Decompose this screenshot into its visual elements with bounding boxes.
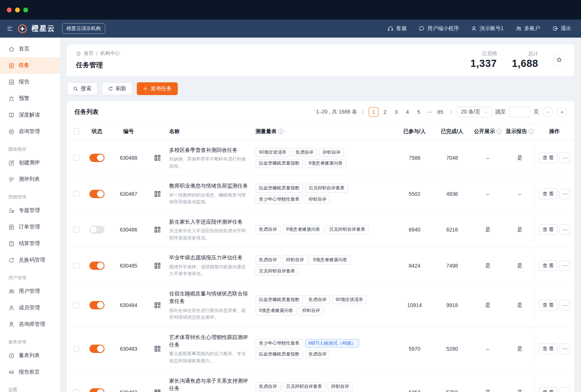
appbar-item-label: 多账户: [524, 25, 540, 32]
row-checkbox[interactable]: [73, 191, 79, 197]
row-checkbox[interactable]: [73, 263, 79, 269]
view-button[interactable]: 查 看: [539, 260, 558, 271]
close-window-button[interactable]: [7, 8, 12, 12]
status-toggle[interactable]: [89, 226, 104, 234]
sidebar-item-redeem[interactable]: 兑换码管理: [0, 252, 60, 268]
sidebar-group-label: 量表管理: [0, 333, 60, 347]
refresh-button[interactable]: 刷新: [102, 82, 132, 95]
counselor-icon: [8, 321, 15, 328]
page-3-button[interactable]: 3: [391, 107, 401, 117]
qr-code-icon[interactable]: [146, 301, 169, 309]
qr-code-icon[interactable]: [146, 389, 169, 392]
search-button[interactable]: 搜索: [67, 82, 97, 95]
table-row: 630482家长沟通焦虑与亲子关系支持测评任务用于家校沟通活动前的家长焦虑、冲突…: [67, 371, 574, 392]
view-button[interactable]: 查 看: [539, 189, 558, 199]
org-badge[interactable]: 橙星云演示机构: [62, 23, 105, 34]
sidebar-item-scale-list[interactable]: 量表列表: [0, 347, 60, 364]
view-button[interactable]: 查 看: [539, 344, 558, 354]
row-checkbox[interactable]: [73, 346, 79, 352]
sidebar-item-label: 咨询管理: [19, 128, 40, 135]
more-actions-button[interactable]: ⋯: [560, 224, 570, 235]
jump-page-input[interactable]: [509, 107, 530, 117]
more-actions-button[interactable]: ⋯: [560, 344, 570, 354]
sidebar-item-topic[interactable]: 专题管理: [0, 202, 60, 219]
sidebar-item-report[interactable]: 报告: [0, 74, 60, 90]
select-all-checkbox[interactable]: [73, 129, 79, 135]
qr-code-icon[interactable]: [146, 262, 169, 269]
breadcrumb-separator: /: [96, 51, 98, 56]
sidebar-item-label: 任务: [19, 62, 29, 69]
page-size-value: 20 条/页: [461, 109, 480, 115]
next-page-button[interactable]: [449, 110, 454, 115]
sidebar-item-insight[interactable]: 深度解读: [0, 107, 60, 123]
row-checkbox[interactable]: [73, 227, 79, 233]
scroll-left-button[interactable]: [542, 107, 553, 117]
report-icon: [8, 79, 15, 85]
more-actions-button[interactable]: ⋯: [560, 260, 570, 271]
zoom-window-button[interactable]: [23, 8, 28, 12]
sidebar-item-consult[interactable]: 咨询管理: [0, 123, 60, 140]
qr-code-icon[interactable]: [146, 190, 169, 198]
sidebar-item-home[interactable]: 首页: [0, 41, 60, 57]
task-rows: 630488多校区春季普查补测回收任务对缺测、弃测和异常中断样本进行补测回收。9…: [67, 140, 574, 392]
scale-tag: 焦虑自评: [305, 295, 330, 304]
page-4-button[interactable]: 4: [402, 107, 412, 117]
sidebar-item-task[interactable]: 任务: [0, 57, 60, 74]
more-actions-button[interactable]: ⋯: [560, 387, 570, 392]
page-size-select[interactable]: 20 条/页: [457, 107, 492, 117]
status-toggle[interactable]: [89, 190, 104, 198]
sidebar-item-counselor[interactable]: 咨询师管理: [0, 316, 60, 333]
more-actions-button[interactable]: ⋯: [560, 300, 570, 310]
prev-page-button[interactable]: [360, 110, 365, 115]
show-report-value: 是: [505, 262, 534, 269]
status-toggle[interactable]: [89, 345, 104, 353]
breadcrumb-home[interactable]: 首页: [84, 50, 94, 57]
page-1-button[interactable]: 1: [369, 107, 378, 117]
view-button[interactable]: 查 看: [539, 387, 558, 392]
minimize-window-button[interactable]: [15, 8, 20, 12]
qr-code-icon[interactable]: [146, 226, 169, 233]
favorite-button[interactable]: [553, 54, 565, 66]
more-actions-button[interactable]: ⋯: [560, 189, 570, 199]
sidebar-item-user-mgmt[interactable]: 用户管理: [0, 283, 60, 300]
app-logo-text: 橙星云: [32, 24, 55, 33]
scroll-right-button[interactable]: [556, 107, 567, 117]
page-2-button[interactable]: 2: [380, 107, 390, 117]
status-toggle[interactable]: [89, 301, 104, 309]
sidebar-item-member[interactable]: 成员管理: [0, 300, 60, 316]
status-toggle[interactable]: [89, 388, 104, 392]
plus-icon: [143, 86, 148, 91]
page-5-button[interactable]: 5: [414, 107, 424, 117]
appbar-item-users[interactable]: 多账户: [516, 25, 540, 32]
status-toggle[interactable]: [89, 262, 104, 270]
task-description: 面向全体住宿生进行夜间休息质量、疲劳和情绪状态联合测评。: [169, 307, 250, 321]
status-toggle[interactable]: [89, 154, 104, 162]
scale-tags: 匹兹堡睡眠质量指数贝克抑郁自评量表青少年心理韧性量表抑郁自评: [256, 183, 395, 205]
appbar-item-chat[interactable]: 用户端小程序: [419, 25, 459, 32]
sidebar-item-preface[interactable]: 报告前言: [0, 364, 60, 380]
logout-icon: [552, 26, 558, 32]
publish-task-button[interactable]: 发布任务: [137, 82, 178, 95]
qr-code-icon[interactable]: [146, 154, 169, 162]
appbar-item-user[interactable]: 演示账号1: [471, 25, 504, 32]
sidebar-collapse-icon[interactable]: [7, 26, 13, 32]
sidebar-item-order[interactable]: 订单管理: [0, 219, 60, 235]
sidebar-item-alert[interactable]: 预警: [0, 90, 60, 107]
qr-code-icon[interactable]: [146, 345, 169, 353]
view-button[interactable]: 查 看: [539, 300, 558, 310]
appbar-item-logout[interactable]: 退出: [552, 25, 571, 32]
last-page-button[interactable]: 85: [436, 107, 445, 117]
sidebar-item-settlement[interactable]: 结算管理: [0, 235, 60, 252]
sidebar-item-label: 报告前言: [19, 369, 40, 375]
row-checkbox[interactable]: [73, 155, 79, 161]
row-checkbox[interactable]: [73, 302, 79, 308]
view-button[interactable]: 查 看: [539, 153, 558, 163]
appbar-item-label: 退出: [561, 25, 571, 32]
sidebar-group-label: 用户管理: [0, 268, 60, 283]
row-checkbox[interactable]: [73, 389, 79, 392]
appbar-item-headset[interactable]: 客服: [387, 25, 407, 32]
sidebar-item-assessment-list[interactable]: 测评列表: [0, 171, 60, 188]
more-actions-button[interactable]: ⋯: [560, 153, 570, 163]
view-button[interactable]: 查 看: [539, 224, 558, 235]
sidebar-item-create-assessment[interactable]: 创建测评: [0, 154, 60, 171]
